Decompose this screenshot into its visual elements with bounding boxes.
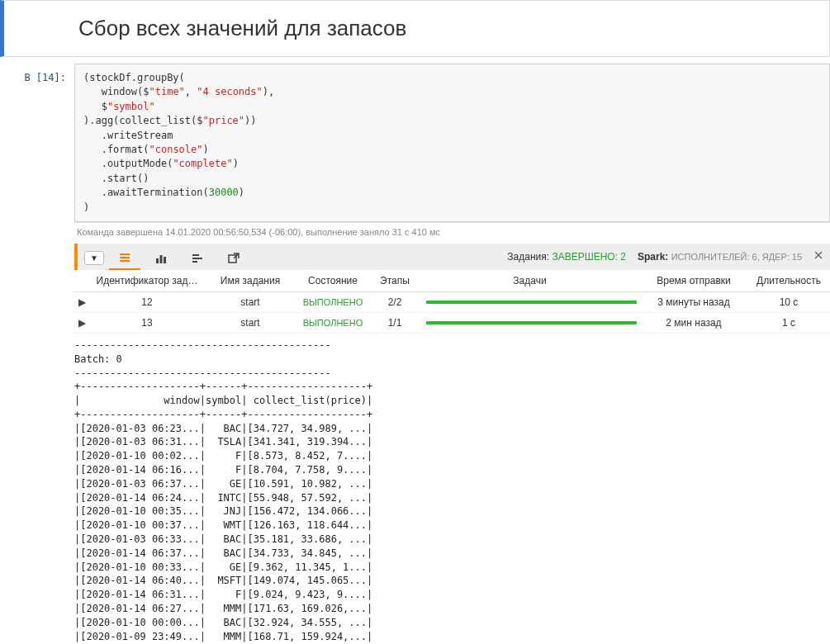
job-row: ▶ 13 start ВЫПОЛНЕНО 1/1 2 мин назад 1 с [74,312,830,333]
job-row: ▶ 12 start ВЫПОЛНЕНО 2/2 3 минуты назад … [74,291,830,312]
jobs-header-cell[interactable] [74,270,89,292]
job-stages: 1/1 [370,312,420,333]
job-tasks [420,312,640,333]
console-output: ----------------------------------------… [74,334,830,644]
svg-rect-0 [120,253,130,255]
popout-tab[interactable] [218,247,249,270]
svg-rect-2 [120,260,130,262]
prompt-label: В [14]: [0,64,74,83]
job-duration: 10 с [747,291,830,312]
jobs-header-cell[interactable]: Идентификатор зад… [89,270,205,292]
jobs-dropdown[interactable]: ▼ [84,251,104,265]
svg-rect-3 [156,258,159,263]
job-submitted: 3 минуты назад [640,291,747,312]
job-tasks [420,291,640,312]
progress-bar [426,301,637,304]
job-id: 13 [89,312,205,333]
list-icon [118,251,131,264]
jobs-header-cell[interactable]: Этапы [370,270,420,292]
jobs-header-cell[interactable]: Длительность [747,270,830,292]
jobs-header-cell[interactable]: Задачи [420,270,640,292]
svg-rect-7 [192,258,202,259]
job-id: 12 [89,291,205,312]
job-state: ВЫПОЛНЕНО [296,291,370,312]
job-name: start [205,291,296,312]
tasks-status: ЗАВЕРШЕНО: 2 [552,251,626,263]
svg-rect-8 [192,261,197,263]
svg-rect-5 [164,257,166,263]
tasks-label: Задания: [507,251,549,263]
jobs-header-cell[interactable]: Время отправки [640,270,747,292]
bar-view-tab[interactable] [145,247,177,270]
heading-cell: Сбор всех значений для запасов [0,0,830,57]
close-jobs-button[interactable] [813,250,823,263]
jobs-toolbar: ▼ Задания: ЗАВЕРШЕНО: 2 Spark: ИСП [74,244,830,270]
bar-chart-icon [154,252,168,265]
spark-info: ИСПОЛНИТЕЛЕЙ: 6, ЯДЕР: 15 [671,252,802,262]
jobs-header-cell[interactable]: Состояние [296,270,370,292]
job-stages: 2/2 [370,291,420,312]
close-icon [813,250,823,260]
popout-icon [227,252,240,265]
jobs-table: Идентификатор зад…Имя заданияСостояниеЭт… [74,270,830,334]
timeline-view-tab[interactable] [182,247,213,270]
status-line: Команда завершена 14.01.2020 00:56:50,53… [74,222,830,244]
svg-rect-6 [192,254,199,256]
heading-text: Сбор всех значений для запасов [78,16,806,41]
code-editor[interactable]: (stockDf.groupBy( window($"time", "4 sec… [74,64,830,222]
jobs-header-cell[interactable]: Имя задания [205,270,296,292]
list-view-tab[interactable] [109,247,140,270]
spark-label: Spark: [638,251,668,263]
progress-bar [426,321,637,324]
timeline-icon [191,252,204,265]
svg-rect-4 [159,255,162,263]
code-cell: В [14]: (stockDf.groupBy( window($"time"… [0,64,830,644]
job-name: start [205,312,296,333]
svg-rect-1 [120,257,130,258]
expand-row-button[interactable]: ▶ [74,291,89,312]
job-state: ВЫПОЛНЕНО [296,312,370,333]
expand-row-button[interactable]: ▶ [74,312,89,333]
jobs-header-row: Идентификатор зад…Имя заданияСостояниеЭт… [74,270,830,292]
job-duration: 1 с [747,312,830,333]
job-submitted: 2 мин назад [640,312,747,333]
